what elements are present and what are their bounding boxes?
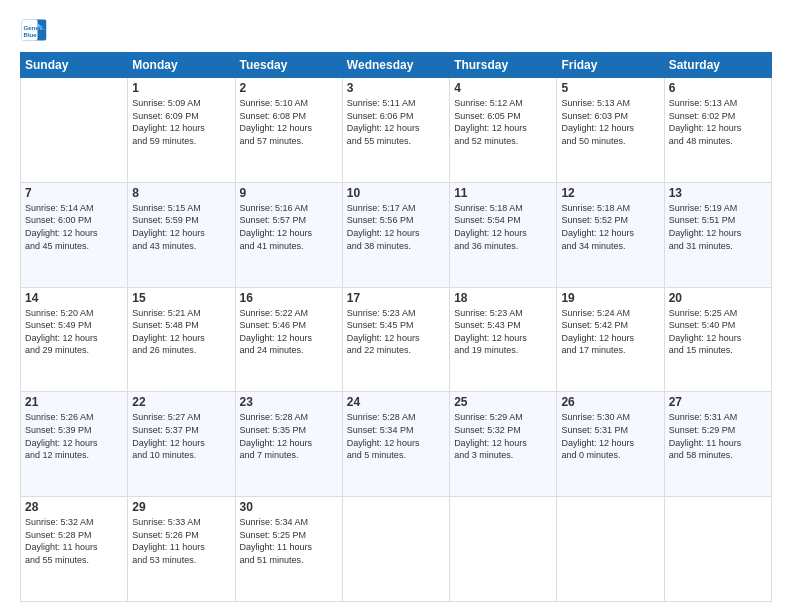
calendar-week-row: 28Sunrise: 5:32 AM Sunset: 5:28 PM Dayli… — [21, 497, 772, 602]
day-info: Sunrise: 5:13 AM Sunset: 6:02 PM Dayligh… — [669, 97, 767, 147]
svg-text:Blue: Blue — [24, 31, 38, 38]
day-info: Sunrise: 5:11 AM Sunset: 6:06 PM Dayligh… — [347, 97, 445, 147]
day-info: Sunrise: 5:18 AM Sunset: 5:54 PM Dayligh… — [454, 202, 552, 252]
calendar-cell — [557, 497, 664, 602]
calendar-cell: 8Sunrise: 5:15 AM Sunset: 5:59 PM Daylig… — [128, 182, 235, 287]
weekday-header-row: SundayMondayTuesdayWednesdayThursdayFrid… — [21, 53, 772, 78]
day-info: Sunrise: 5:20 AM Sunset: 5:49 PM Dayligh… — [25, 307, 123, 357]
day-info: Sunrise: 5:27 AM Sunset: 5:37 PM Dayligh… — [132, 411, 230, 461]
day-info: Sunrise: 5:23 AM Sunset: 5:43 PM Dayligh… — [454, 307, 552, 357]
day-info: Sunrise: 5:22 AM Sunset: 5:46 PM Dayligh… — [240, 307, 338, 357]
day-info: Sunrise: 5:17 AM Sunset: 5:56 PM Dayligh… — [347, 202, 445, 252]
day-number: 30 — [240, 500, 338, 514]
day-number: 8 — [132, 186, 230, 200]
calendar-cell: 28Sunrise: 5:32 AM Sunset: 5:28 PM Dayli… — [21, 497, 128, 602]
calendar-week-row: 7Sunrise: 5:14 AM Sunset: 6:00 PM Daylig… — [21, 182, 772, 287]
day-number: 25 — [454, 395, 552, 409]
day-info: Sunrise: 5:30 AM Sunset: 5:31 PM Dayligh… — [561, 411, 659, 461]
logo-icon: General Blue — [20, 16, 48, 44]
weekday-header-thursday: Thursday — [450, 53, 557, 78]
day-number: 24 — [347, 395, 445, 409]
calendar-cell: 29Sunrise: 5:33 AM Sunset: 5:26 PM Dayli… — [128, 497, 235, 602]
calendar-cell: 13Sunrise: 5:19 AM Sunset: 5:51 PM Dayli… — [664, 182, 771, 287]
calendar-cell: 30Sunrise: 5:34 AM Sunset: 5:25 PM Dayli… — [235, 497, 342, 602]
day-info: Sunrise: 5:28 AM Sunset: 5:34 PM Dayligh… — [347, 411, 445, 461]
day-info: Sunrise: 5:33 AM Sunset: 5:26 PM Dayligh… — [132, 516, 230, 566]
day-info: Sunrise: 5:25 AM Sunset: 5:40 PM Dayligh… — [669, 307, 767, 357]
calendar-cell: 20Sunrise: 5:25 AM Sunset: 5:40 PM Dayli… — [664, 287, 771, 392]
calendar-cell: 22Sunrise: 5:27 AM Sunset: 5:37 PM Dayli… — [128, 392, 235, 497]
calendar-cell: 12Sunrise: 5:18 AM Sunset: 5:52 PM Dayli… — [557, 182, 664, 287]
calendar-cell: 23Sunrise: 5:28 AM Sunset: 5:35 PM Dayli… — [235, 392, 342, 497]
day-info: Sunrise: 5:15 AM Sunset: 5:59 PM Dayligh… — [132, 202, 230, 252]
day-number: 10 — [347, 186, 445, 200]
calendar-cell: 4Sunrise: 5:12 AM Sunset: 6:05 PM Daylig… — [450, 78, 557, 183]
day-number: 1 — [132, 81, 230, 95]
calendar-cell: 27Sunrise: 5:31 AM Sunset: 5:29 PM Dayli… — [664, 392, 771, 497]
day-info: Sunrise: 5:10 AM Sunset: 6:08 PM Dayligh… — [240, 97, 338, 147]
day-info: Sunrise: 5:28 AM Sunset: 5:35 PM Dayligh… — [240, 411, 338, 461]
day-number: 9 — [240, 186, 338, 200]
calendar-cell: 21Sunrise: 5:26 AM Sunset: 5:39 PM Dayli… — [21, 392, 128, 497]
day-number: 23 — [240, 395, 338, 409]
calendar-cell: 24Sunrise: 5:28 AM Sunset: 5:34 PM Dayli… — [342, 392, 449, 497]
day-info: Sunrise: 5:31 AM Sunset: 5:29 PM Dayligh… — [669, 411, 767, 461]
day-info: Sunrise: 5:19 AM Sunset: 5:51 PM Dayligh… — [669, 202, 767, 252]
day-number: 26 — [561, 395, 659, 409]
calendar-cell: 18Sunrise: 5:23 AM Sunset: 5:43 PM Dayli… — [450, 287, 557, 392]
calendar-cell: 16Sunrise: 5:22 AM Sunset: 5:46 PM Dayli… — [235, 287, 342, 392]
calendar-cell — [342, 497, 449, 602]
weekday-header-wednesday: Wednesday — [342, 53, 449, 78]
weekday-header-monday: Monday — [128, 53, 235, 78]
day-info: Sunrise: 5:09 AM Sunset: 6:09 PM Dayligh… — [132, 97, 230, 147]
calendar-cell: 6Sunrise: 5:13 AM Sunset: 6:02 PM Daylig… — [664, 78, 771, 183]
calendar-cell: 7Sunrise: 5:14 AM Sunset: 6:00 PM Daylig… — [21, 182, 128, 287]
calendar-table: SundayMondayTuesdayWednesdayThursdayFrid… — [20, 52, 772, 602]
day-info: Sunrise: 5:12 AM Sunset: 6:05 PM Dayligh… — [454, 97, 552, 147]
weekday-header-friday: Friday — [557, 53, 664, 78]
day-number: 27 — [669, 395, 767, 409]
day-info: Sunrise: 5:29 AM Sunset: 5:32 PM Dayligh… — [454, 411, 552, 461]
day-number: 2 — [240, 81, 338, 95]
day-number: 15 — [132, 291, 230, 305]
day-number: 13 — [669, 186, 767, 200]
day-info: Sunrise: 5:18 AM Sunset: 5:52 PM Dayligh… — [561, 202, 659, 252]
day-number: 21 — [25, 395, 123, 409]
calendar-week-row: 14Sunrise: 5:20 AM Sunset: 5:49 PM Dayli… — [21, 287, 772, 392]
day-info: Sunrise: 5:16 AM Sunset: 5:57 PM Dayligh… — [240, 202, 338, 252]
day-number: 20 — [669, 291, 767, 305]
calendar-cell: 14Sunrise: 5:20 AM Sunset: 5:49 PM Dayli… — [21, 287, 128, 392]
day-number: 22 — [132, 395, 230, 409]
day-number: 28 — [25, 500, 123, 514]
calendar-week-row: 1Sunrise: 5:09 AM Sunset: 6:09 PM Daylig… — [21, 78, 772, 183]
day-number: 16 — [240, 291, 338, 305]
day-info: Sunrise: 5:26 AM Sunset: 5:39 PM Dayligh… — [25, 411, 123, 461]
day-info: Sunrise: 5:13 AM Sunset: 6:03 PM Dayligh… — [561, 97, 659, 147]
day-number: 18 — [454, 291, 552, 305]
day-number: 5 — [561, 81, 659, 95]
calendar-cell: 1Sunrise: 5:09 AM Sunset: 6:09 PM Daylig… — [128, 78, 235, 183]
day-number: 29 — [132, 500, 230, 514]
calendar-cell: 17Sunrise: 5:23 AM Sunset: 5:45 PM Dayli… — [342, 287, 449, 392]
calendar-week-row: 21Sunrise: 5:26 AM Sunset: 5:39 PM Dayli… — [21, 392, 772, 497]
calendar-cell: 2Sunrise: 5:10 AM Sunset: 6:08 PM Daylig… — [235, 78, 342, 183]
day-info: Sunrise: 5:21 AM Sunset: 5:48 PM Dayligh… — [132, 307, 230, 357]
calendar-cell: 25Sunrise: 5:29 AM Sunset: 5:32 PM Dayli… — [450, 392, 557, 497]
calendar-cell: 26Sunrise: 5:30 AM Sunset: 5:31 PM Dayli… — [557, 392, 664, 497]
day-number: 7 — [25, 186, 123, 200]
calendar-cell: 9Sunrise: 5:16 AM Sunset: 5:57 PM Daylig… — [235, 182, 342, 287]
calendar-cell: 5Sunrise: 5:13 AM Sunset: 6:03 PM Daylig… — [557, 78, 664, 183]
day-number: 12 — [561, 186, 659, 200]
weekday-header-sunday: Sunday — [21, 53, 128, 78]
calendar-cell — [21, 78, 128, 183]
weekday-header-saturday: Saturday — [664, 53, 771, 78]
logo: General Blue — [20, 16, 48, 44]
calendar-cell: 10Sunrise: 5:17 AM Sunset: 5:56 PM Dayli… — [342, 182, 449, 287]
day-number: 4 — [454, 81, 552, 95]
weekday-header-tuesday: Tuesday — [235, 53, 342, 78]
calendar-cell: 15Sunrise: 5:21 AM Sunset: 5:48 PM Dayli… — [128, 287, 235, 392]
day-number: 6 — [669, 81, 767, 95]
day-info: Sunrise: 5:32 AM Sunset: 5:28 PM Dayligh… — [25, 516, 123, 566]
day-number: 11 — [454, 186, 552, 200]
calendar-cell: 19Sunrise: 5:24 AM Sunset: 5:42 PM Dayli… — [557, 287, 664, 392]
